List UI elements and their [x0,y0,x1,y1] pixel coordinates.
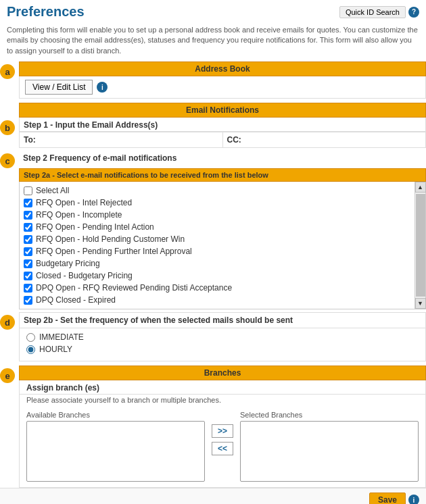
to-input[interactable] [40,132,222,147]
cc-field-container: CC: [222,132,426,147]
available-branches-label: Available Branches [26,411,205,419]
cc-input[interactable] [245,132,425,147]
checkbox-label: RFQ Open - Pending Intel Action [36,222,154,232]
address-book-body: View / Edit List i [19,76,426,99]
checkbox-label: Closed - Budgetary Pricing [36,271,133,280]
email-notifications-header: Email Notifications [19,103,426,118]
cc-label: CC: [223,132,245,147]
frequency-label: IMMEDIATE [39,332,84,342]
checkbox-item[interactable]: RFQ Open - Pending Intel Action [24,221,410,233]
checkbox-item[interactable]: RFQ Open - Intel Rejected [24,197,410,209]
footer-bar: Save i [0,488,426,504]
frequency-options-container: IMMEDIATEHOURLY [19,328,426,361]
frequency-radio-immediate[interactable] [26,333,35,342]
frequency-option-item[interactable]: IMMEDIATE [26,331,419,343]
save-info-icon[interactable]: i [408,495,419,504]
frequency-option-item[interactable]: HOURLY [26,343,419,355]
scroll-up-button[interactable]: ▲ [415,182,426,193]
checkbox-label: DPQ Closed - Expired [36,295,116,305]
section-label-a: a [0,64,15,79]
scroll-thumb[interactable] [416,194,425,297]
page-title: Preferences [7,4,85,20]
assign-label: Assign branch (es) [19,380,426,395]
checkbox-item[interactable]: RFQ Open - Hold Pending Customer Win [24,233,410,245]
step2-freq-label: Step 2 Frequency of e-mail notifications [19,151,426,164]
address-book-header: Address Book [19,61,426,76]
branch-lists-row: Available Branches >> << Selected Branch… [19,408,426,488]
step2b-header: Step 2b - Set the frequency of when the … [19,312,426,328]
quick-id-info-icon[interactable]: ? [408,7,419,18]
branch-arrows: >> << [205,411,240,455]
scroll-down-button[interactable]: ▼ [415,298,426,309]
selected-branches-col: Selected Branches [240,411,419,482]
checkbox-list: Select AllRFQ Open - Intel RejectedRFQ O… [20,182,415,309]
to-field-container: To: [20,132,222,147]
checkbox-item[interactable]: Budgetary Pricing [24,257,410,270]
branches-header: Branches [19,366,426,380]
checkbox-item[interactable]: RFQ Open - Incomplete [24,209,410,221]
view-edit-info-icon[interactable]: i [97,82,108,93]
checkbox-label: RFQ Open - Incomplete [36,210,122,220]
checkbox-item[interactable]: DPQ Closed - Expired [24,294,410,306]
notification-checkbox[interactable] [24,247,32,256]
selected-branches-listbox[interactable] [240,421,419,482]
checkbox-label: Select All [36,186,69,195]
checkbox-label: RFQ Open - Pending Further Intel Approva… [36,247,192,256]
scrollbar[interactable]: ▲ ▼ [415,182,425,309]
section-label-d: d [0,315,15,330]
checkbox-label: DPQ Open - RFQ Reviewed Pending Disti Ac… [36,283,232,293]
notification-checkbox[interactable] [24,211,32,220]
section-label-e: e [0,368,15,383]
frequency-radio-hourly[interactable] [26,345,35,354]
step1-label: Step 1 - Input the Email Address(s) [19,118,426,132]
checkbox-item[interactable]: DPQ Open - RFQ Reviewed Pending Disti Ac… [24,282,410,294]
quick-id-search-area: Quick ID Search ? [339,6,419,18]
move-right-button[interactable]: >> [212,424,233,438]
section-label-b: b [0,120,15,135]
select-all-checkbox[interactable] [24,186,32,195]
notification-checkbox[interactable] [24,272,32,280]
notification-checkbox[interactable] [24,259,32,268]
select-all-checkbox-item[interactable]: Select All [24,184,410,197]
checkbox-label: RFQ Open - Hold Pending Customer Win [36,234,185,244]
notification-checkbox[interactable] [24,223,32,232]
checkbox-item[interactable]: Closed - Budgetary Pricing [24,270,410,282]
step2a-header: Step 2a - Select e-mail notifications to… [19,168,426,182]
notification-checkbox[interactable] [24,235,32,244]
notification-checkbox[interactable] [24,199,32,207]
notification-checkbox[interactable] [24,284,32,293]
checkbox-label: RFQ Open - Intel Rejected [36,198,132,207]
selected-branches-label: Selected Branches [240,411,419,419]
move-left-button[interactable]: << [212,442,233,455]
checkbox-item[interactable]: RFQ Open - Pending Further Intel Approva… [24,245,410,257]
save-button[interactable]: Save [369,493,406,504]
description-text: Completing this form will enable you to … [0,22,426,61]
frequency-label: HOURLY [39,345,72,354]
view-edit-list-button[interactable]: View / Edit List [25,80,93,95]
checkbox-list-container: Select AllRFQ Open - Intel RejectedRFQ O… [19,182,426,309]
quick-id-search-button[interactable]: Quick ID Search [339,6,406,18]
available-branches-listbox[interactable] [26,421,205,482]
checkbox-label: Budgetary Pricing [36,259,100,268]
notification-checkbox[interactable] [24,296,32,305]
available-branches-col: Available Branches [26,411,205,482]
section-label-c: c [0,153,15,168]
to-label: To: [20,132,40,147]
email-fields-row: To: CC: [19,132,426,148]
branch-desc: Please associate yourself to a branch or… [19,395,426,408]
